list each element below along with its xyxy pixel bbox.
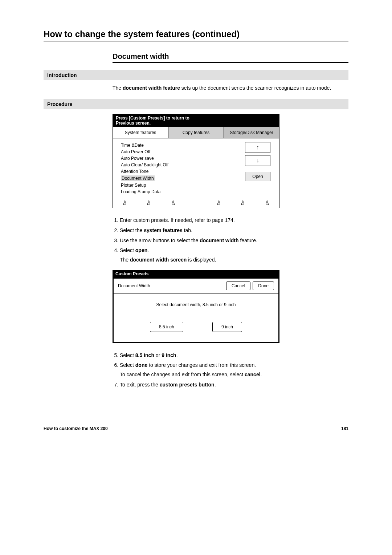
step5-bold2: 9 inch bbox=[162, 352, 176, 358]
finger-markers-row bbox=[113, 199, 279, 208]
choice-8-5-inch[interactable]: 8.5 inch bbox=[150, 322, 183, 332]
choice-9-inch[interactable]: 9 inch bbox=[212, 322, 242, 332]
step4-sub: The document width screen is displayed. bbox=[120, 256, 348, 264]
intro-post: sets up the document series the scanner … bbox=[180, 85, 331, 91]
step6-sub-pre: To cancel the changes and exit from this… bbox=[120, 372, 245, 377]
page-footer: How to customize the MAX 200 181 bbox=[44, 426, 348, 431]
tabs-row: System features Copy features Storage/Di… bbox=[113, 127, 279, 138]
step4-sub-pre: The bbox=[120, 257, 130, 263]
step-4: Select open. The document width screen i… bbox=[120, 246, 348, 265]
step2-post: tab. bbox=[183, 227, 192, 233]
cancel-button[interactable]: Cancel bbox=[226, 281, 250, 290]
footer-page-number: 181 bbox=[341, 426, 348, 431]
cp-prompt: Select document width, 8.5 inch or 9 inc… bbox=[121, 302, 271, 307]
done-button[interactable]: Done bbox=[253, 281, 274, 290]
screen1-title-l2: Previous screen. bbox=[116, 121, 151, 126]
list-item-selected[interactable]: Document Width bbox=[121, 175, 241, 182]
open-button[interactable]: Open bbox=[245, 172, 270, 181]
step6-bold: done bbox=[135, 362, 147, 368]
step3-pre: Use the arrow buttons to select the bbox=[120, 238, 200, 243]
step7-post: . bbox=[215, 382, 216, 388]
finger-icon bbox=[171, 200, 175, 206]
intro-bold: document width feature bbox=[123, 85, 180, 91]
cp-buttons: Cancel Done bbox=[226, 281, 274, 290]
step6-pre: Select bbox=[120, 362, 135, 368]
arrows-column: ↑ ↓ Open bbox=[241, 142, 274, 195]
step5-post: . bbox=[176, 352, 178, 358]
screen2-title: Custom Presets bbox=[113, 270, 279, 278]
finger-icon bbox=[123, 200, 127, 206]
step5-mid: or bbox=[154, 352, 162, 358]
feature-list: Time &Date Auto Power Off Auto Power sav… bbox=[118, 142, 241, 195]
step6-sub-post: . bbox=[261, 372, 262, 377]
tab-copy-features[interactable]: Copy features bbox=[168, 127, 224, 138]
intro-pre: The bbox=[113, 85, 123, 91]
list-item[interactable]: Attention Tone bbox=[121, 168, 241, 175]
cp-header-title: Document Width bbox=[118, 283, 150, 288]
step5-bold1: 8.5 inch bbox=[135, 352, 154, 358]
step6-sub: To cancel the changes and exit from this… bbox=[120, 371, 348, 378]
screen1-title: Press [Custom Presets] to return to Prev… bbox=[113, 114, 279, 127]
procedure-label: Procedure bbox=[44, 99, 348, 109]
step4-sub-post: is displayed. bbox=[187, 257, 216, 263]
list-item[interactable]: Plotter Setup bbox=[121, 182, 241, 189]
procedure-steps-b: Select 8.5 inch or 9 inch. Select done t… bbox=[120, 351, 348, 390]
list-item[interactable]: Auto Power save bbox=[121, 155, 241, 162]
step2-bold: system features bbox=[144, 227, 183, 233]
screen1-body: Time &Date Auto Power Off Auto Power sav… bbox=[113, 138, 279, 199]
list-highlight: Document Width bbox=[121, 175, 155, 181]
list-item[interactable]: Time &Date bbox=[121, 142, 241, 149]
finger-icon bbox=[217, 200, 221, 206]
footer-left: How to customize the MAX 200 bbox=[44, 426, 108, 431]
step6-sub-bold: cancel bbox=[245, 372, 261, 377]
introduction-text: The document width feature sets up the d… bbox=[113, 85, 348, 92]
cp-header: Document Width Cancel Done bbox=[114, 279, 278, 293]
step-7: To exit, press the custom presets button… bbox=[120, 380, 348, 390]
screen1-container: Press [Custom Presets] to return to Prev… bbox=[113, 114, 348, 208]
screen2-container: Custom Presets Document Width Cancel Don… bbox=[113, 270, 348, 343]
finger-icon bbox=[265, 200, 269, 206]
step3-post: feature. bbox=[239, 238, 257, 243]
cp-content: Select document width, 8.5 inch or 9 inc… bbox=[114, 293, 278, 342]
cp-body: Document Width Cancel Done Select docume… bbox=[113, 278, 279, 343]
arrow-down-button[interactable]: ↓ bbox=[245, 155, 270, 166]
step5-pre: Select bbox=[120, 352, 135, 358]
step-1: Enter custom presets. If needed, refer t… bbox=[120, 215, 348, 226]
finger-icon bbox=[241, 200, 245, 206]
tab-storage-disk[interactable]: Storage/Disk Manager bbox=[224, 127, 279, 138]
section-title: Document width bbox=[113, 52, 348, 63]
procedure-steps-a: Enter custom presets. If needed, refer t… bbox=[120, 215, 348, 265]
step4-post: . bbox=[147, 247, 149, 253]
step-5: Select 8.5 inch or 9 inch. bbox=[120, 351, 348, 361]
list-item[interactable]: Auto Clear/ Backlight Off bbox=[121, 162, 241, 168]
screen1-title-l1: Press [Custom Presets] to return to bbox=[116, 116, 189, 121]
custom-presets-screen: Custom Presets Document Width Cancel Don… bbox=[113, 270, 279, 343]
cp-choices: 8.5 inch 9 inch bbox=[121, 322, 271, 332]
step7-pre: To exit, press the bbox=[120, 382, 160, 388]
step4-bold: open bbox=[135, 247, 147, 253]
step4-pre: Select bbox=[120, 247, 135, 253]
step2-pre: Select the bbox=[120, 227, 144, 233]
step4-sub-bold: document width screen bbox=[130, 257, 187, 263]
step-2: Select the system features tab. bbox=[120, 226, 348, 236]
page-title: How to change the system features (conti… bbox=[44, 29, 348, 41]
step3-bold: document width bbox=[200, 238, 238, 243]
step-6: Select done to store your changes and ex… bbox=[120, 360, 348, 380]
list-item[interactable]: Loading Stamp Data bbox=[121, 189, 241, 195]
finger-icon bbox=[147, 200, 151, 206]
step6-post: to store your changes and exit from this… bbox=[147, 362, 256, 368]
list-item[interactable]: Auto Power Off bbox=[121, 149, 241, 155]
tab-system-features[interactable]: System features bbox=[113, 127, 168, 138]
arrow-up-button[interactable]: ↑ bbox=[245, 142, 270, 153]
introduction-label: Introduction bbox=[44, 70, 348, 80]
system-features-screen: Press [Custom Presets] to return to Prev… bbox=[113, 114, 279, 208]
step7-bold: custom presets button bbox=[160, 382, 215, 388]
step-3: Use the arrow buttons to select the docu… bbox=[120, 236, 348, 246]
